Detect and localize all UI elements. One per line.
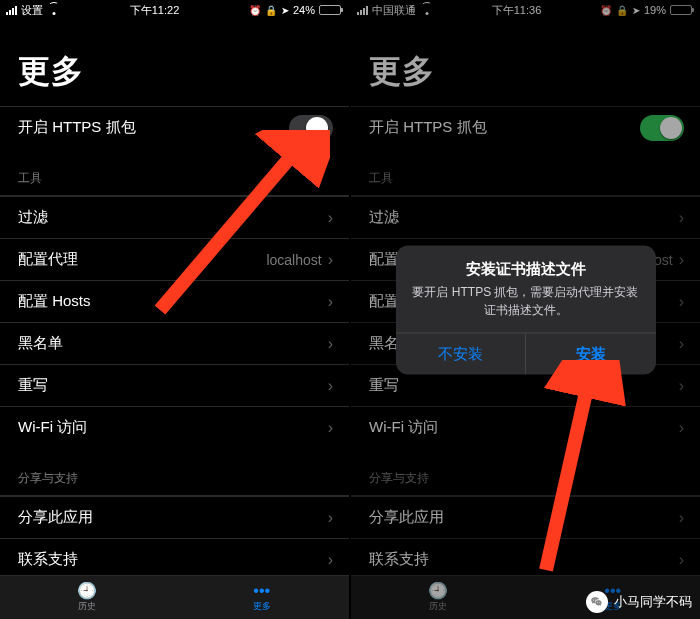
location-icon: ➤ <box>281 5 289 16</box>
watermark-text: 小马同学不码 <box>614 593 692 611</box>
alert-confirm-button[interactable]: 安装 <box>525 333 656 374</box>
https-toggle[interactable] <box>289 115 333 141</box>
row-contact-support[interactable]: 联系支持 › <box>0 538 349 580</box>
clock-icon: 🕘 <box>77 583 97 599</box>
alert-install-cert: 安装证书描述文件 要开启 HTTPS 抓包，需要启动代理并安装证书描述文件。 不… <box>396 245 656 374</box>
battery-pct: 24% <box>293 4 315 16</box>
row-hint: localhost <box>266 252 321 268</box>
chevron-right-icon: › <box>328 551 333 569</box>
screen-left: 设置 下午11:22 ⏰ 🔒 ➤ 24% 更多 开启 HTTPS 抓包 工具 过… <box>0 0 350 619</box>
tab-label: 更多 <box>253 600 271 613</box>
tab-label: 历史 <box>78 600 96 613</box>
row-wifi-access[interactable]: Wi-Fi 访问 › <box>0 406 349 448</box>
chevron-right-icon: › <box>328 419 333 437</box>
alert-cancel-button[interactable]: 不安装 <box>396 333 526 374</box>
row-rewrite[interactable]: 重写 › <box>0 364 349 406</box>
watermark: 小马同学不码 <box>586 591 692 613</box>
row-hosts[interactable]: 配置 Hosts › <box>0 280 349 322</box>
chevron-right-icon: › <box>328 209 333 227</box>
alert-message: 要开启 HTTPS 抓包，需要启动代理并安装证书描述文件。 <box>396 282 656 332</box>
toggle-label: 开启 HTTPS 抓包 <box>18 118 136 137</box>
row-label: 配置 Hosts <box>18 292 91 311</box>
tab-more[interactable]: ••• 更多 <box>175 576 350 619</box>
chevron-right-icon: › <box>328 293 333 311</box>
row-label: 黑名单 <box>18 334 63 353</box>
section-header-share: 分享与支持 <box>0 448 349 496</box>
row-label: 配置代理 <box>18 250 78 269</box>
rotation-lock-icon: 🔒 <box>265 5 277 16</box>
signal-icon <box>6 6 17 15</box>
chevron-right-icon: › <box>328 335 333 353</box>
row-filter[interactable]: 过滤 › <box>0 196 349 238</box>
chevron-right-icon: › <box>328 377 333 395</box>
row-label: 重写 <box>18 376 48 395</box>
carrier-label: 设置 <box>21 3 43 18</box>
chevron-right-icon: › <box>328 251 333 269</box>
wifi-icon <box>47 5 60 15</box>
row-label: 分享此应用 <box>18 508 93 527</box>
alert-title: 安装证书描述文件 <box>396 245 656 282</box>
section-header-tools: 工具 <box>0 148 349 196</box>
row-label: 联系支持 <box>18 550 78 569</box>
more-icon: ••• <box>253 583 270 599</box>
row-share-app[interactable]: 分享此应用 › <box>0 496 349 538</box>
status-bar: 设置 下午11:22 ⏰ 🔒 ➤ 24% <box>0 0 349 20</box>
alarm-icon: ⏰ <box>249 5 261 16</box>
toggle-row-https[interactable]: 开启 HTTPS 抓包 <box>0 106 349 148</box>
row-label: Wi-Fi 访问 <box>18 418 87 437</box>
tab-bar: 🕘 历史 ••• 更多 <box>0 575 349 619</box>
wechat-icon <box>586 591 608 613</box>
battery-icon <box>319 5 341 15</box>
screen-right: 中国联通 下午11:36 ⏰ 🔒 ➤ 19% 更多 开启 HTTPS 抓包 工具… <box>350 0 700 619</box>
page-title: 更多 <box>0 20 349 106</box>
clock: 下午11:22 <box>130 3 180 18</box>
tab-history[interactable]: 🕘 历史 <box>0 576 175 619</box>
chevron-right-icon: › <box>328 509 333 527</box>
row-label: 过滤 <box>18 208 48 227</box>
row-blacklist[interactable]: 黑名单 › <box>0 322 349 364</box>
row-proxy[interactable]: 配置代理 localhost› <box>0 238 349 280</box>
